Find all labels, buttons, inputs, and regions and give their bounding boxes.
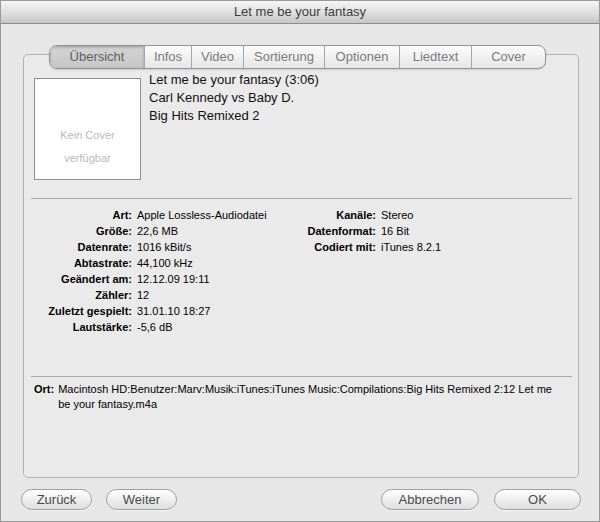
tab-label: Übersicht (70, 49, 125, 64)
info-row-zaehler: Zähler:12 (34, 287, 267, 303)
info-value: 1016 kBit/s (137, 239, 191, 255)
tab-label: Sortierung (254, 49, 314, 64)
track-header: Let me be your fantasy (3:06) Carl Kenne… (149, 71, 319, 125)
tab-video[interactable]: Video (192, 46, 244, 68)
info-value: iTunes 8.2.1 (381, 239, 441, 255)
info-row-lautstaerke: Lautstärke:-5,6 dB (34, 319, 267, 335)
track-album: Big Hits Remixed 2 (149, 107, 319, 125)
info-value: 31.01.10 18:27 (137, 303, 210, 319)
get-info-dialog: Let me be your fantasy Übersicht Infos V… (0, 0, 600, 522)
info-label: Lautstärke: (34, 319, 132, 335)
info-row-zuletzt-gespielt: Zuletzt gespielt:31.01.10 18:27 (34, 303, 267, 319)
back-button[interactable]: Zurück (21, 489, 92, 510)
info-value: 44,100 kHz (137, 255, 193, 271)
album-art-placeholder: Kein Cover verfügbar (34, 78, 141, 180)
info-row-geaendert: Geändert am:12.12.09 19:11 (34, 271, 267, 287)
tab-label: Video (201, 49, 234, 64)
info-row-kanaele: Kanäle:Stereo (306, 207, 441, 223)
location-label: Ort: (34, 382, 54, 412)
info-value: 12 (137, 287, 149, 303)
info-label: Codiert mit: (306, 239, 376, 255)
info-row-codiert-mit: Codiert mit:iTunes 8.2.1 (306, 239, 441, 255)
file-location: Ort: Macintosh HD:Benutzer:Marv:Musik:iT… (34, 382, 560, 412)
info-row-groesse: Größe:22,6 MB (34, 223, 267, 239)
next-button[interactable]: Weiter (106, 489, 177, 510)
info-row-abtastrate: Abtastrate:44,100 kHz (34, 255, 267, 271)
info-label: Zähler: (34, 287, 132, 303)
info-value: Apple Lossless-Audiodatei (137, 207, 267, 223)
info-label: Kanäle: (306, 207, 376, 223)
info-value: 22,6 MB (137, 223, 178, 239)
tab-label: Cover (491, 49, 526, 64)
no-cover-text: Kein Cover verfügbar (35, 79, 140, 170)
info-row-datenrate: Datenrate:1016 kBit/s (34, 239, 267, 255)
info-value: -5,6 dB (137, 319, 172, 335)
tab-bar: Übersicht Infos Video Sortierung Optione… (49, 45, 546, 69)
tab-optionen[interactable]: Optionen (325, 46, 400, 68)
info-row-datenformat: Datenformat:16 Bit (306, 223, 441, 239)
no-cover-line2: verfügbar (35, 147, 140, 170)
info-label: Zuletzt gespielt: (34, 303, 132, 319)
info-label: Art: (34, 207, 132, 223)
info-label: Abtastrate: (34, 255, 132, 271)
info-label: Datenrate: (34, 239, 132, 255)
info-value: 12.12.09 19:11 (137, 271, 210, 287)
ok-button[interactable]: OK (494, 489, 581, 510)
info-label: Geändert am: (34, 271, 132, 287)
info-label: Größe: (34, 223, 132, 239)
track-title: Let me be your fantasy (3:06) (149, 71, 319, 89)
separator-top (31, 198, 572, 199)
cancel-button[interactable]: Abbrechen (381, 489, 479, 510)
window-titlebar[interactable]: Let me be your fantasy (1, 1, 599, 24)
separator-bottom (31, 376, 572, 377)
no-cover-line1: Kein Cover (35, 124, 140, 147)
info-column-right: Kanäle:Stereo Datenformat:16 Bit Codiert… (306, 207, 441, 255)
tab-sortierung[interactable]: Sortierung (244, 46, 325, 68)
info-value: 16 Bit (381, 223, 409, 239)
tab-label: Infos (154, 49, 182, 64)
tab-label: Liedtext (413, 49, 459, 64)
info-row-art: Art:Apple Lossless-Audiodatei (34, 207, 267, 223)
info-value: Stereo (381, 207, 413, 223)
location-path: Macintosh HD:Benutzer:Marv:Musik:iTunes:… (58, 382, 560, 412)
overview-panel: Kein Cover verfügbar Let me be your fant… (23, 54, 579, 478)
info-label: Datenformat: (306, 223, 376, 239)
tab-liedtext[interactable]: Liedtext (400, 46, 472, 68)
tab-label: Optionen (336, 49, 389, 64)
info-column-left: Art:Apple Lossless-Audiodatei Größe:22,6… (34, 207, 267, 335)
window-title: Let me be your fantasy (234, 1, 366, 23)
tab-infos[interactable]: Infos (145, 46, 192, 68)
tab-cover[interactable]: Cover (472, 46, 545, 68)
tab-uebersicht[interactable]: Übersicht (50, 46, 145, 68)
track-artist: Carl Kennedy vs Baby D. (149, 89, 319, 107)
